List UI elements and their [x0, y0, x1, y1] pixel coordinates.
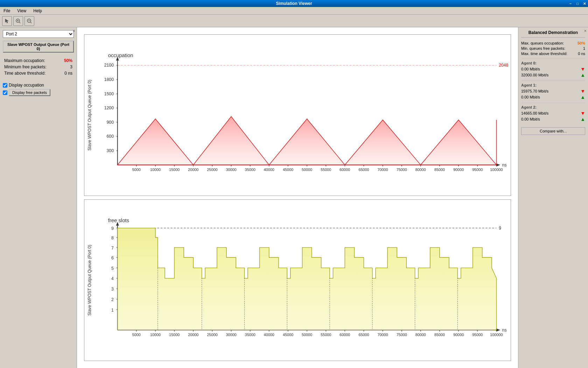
svg-text:70000: 70000	[378, 333, 388, 337]
agent-0-arrow-0: ▼	[580, 66, 585, 72]
svg-text:90000: 90000	[453, 168, 464, 172]
svg-text:70000: 70000	[378, 168, 388, 172]
port-select[interactable]: Port 2 Port 0 Port 1 Port 3	[3, 30, 74, 38]
agent-1-section: Agent 1: 15975.70 Mbit/s ▼ 0.00 Mbit/s ▲	[521, 81, 585, 100]
svg-text:25000: 25000	[207, 333, 217, 337]
svg-line-3	[19, 22, 20, 23]
time-above-value: 0 ns	[64, 71, 72, 76]
svg-text:100000: 100000	[490, 168, 503, 172]
balanced-title: Balanced Demonstration	[521, 30, 585, 38]
display-free-packets-button[interactable]: Display free packets	[9, 89, 50, 96]
close-button[interactable]: ✕	[581, 0, 588, 7]
svg-text:90000: 90000	[453, 333, 464, 337]
titlebar-title: Simulation Viewer	[276, 1, 312, 6]
queue-title-button[interactable]: Slave WPOST Output Queue (Port 0)	[3, 41, 74, 53]
triangle-5	[421, 120, 497, 165]
tick-1500: 1500	[104, 91, 114, 96]
display-free-packets-row: Display free packets	[3, 89, 74, 96]
svg-text:65000: 65000	[358, 168, 369, 172]
svg-text:80000: 80000	[415, 168, 426, 172]
right-panel-close[interactable]: ⨯	[584, 29, 587, 33]
right-min-queues-label: Min. queues free packets:	[521, 46, 565, 50]
compare-button[interactable]: Compare with...	[521, 127, 585, 135]
stats-section: Maximum occupation: 50% Minimum free pac…	[3, 57, 74, 79]
tick-900: 900	[107, 120, 114, 125]
x-axis-label: ns	[502, 163, 507, 168]
svg-text:30000: 30000	[226, 168, 236, 172]
svg-text:55000: 55000	[321, 168, 331, 172]
menu-help[interactable]: Help	[31, 8, 44, 14]
agent-2-value-0: 14665.00 Mbit/s	[521, 111, 548, 115]
svg-text:35000: 35000	[245, 168, 255, 172]
free-slots-chart: free slots Slave WPOST Output Queue (Por…	[84, 200, 511, 361]
svg-text:80000: 80000	[415, 333, 426, 337]
display-occupation-checkbox[interactable]	[3, 83, 7, 88]
svg-text:95000: 95000	[472, 168, 483, 172]
threshold-label: 2048	[499, 63, 508, 68]
tick-600: 600	[107, 134, 114, 139]
agent-2-row-0: 14665.00 Mbit/s ▼	[521, 110, 585, 116]
menu-view[interactable]: View	[15, 8, 28, 14]
svg-text:75000: 75000	[397, 333, 407, 337]
svg-text:50000: 50000	[302, 333, 312, 337]
pointer-tool-button[interactable]	[2, 16, 12, 26]
agent-1-header: Agent 1:	[521, 83, 585, 88]
agent-1-value-1: 0.00 Mbit/s	[521, 95, 540, 99]
svg-text:7: 7	[111, 246, 114, 251]
svg-text:60000: 60000	[340, 168, 350, 172]
svg-text:6: 6	[111, 255, 114, 260]
svg-text:10000: 10000	[150, 333, 161, 337]
svg-text:15000: 15000	[169, 168, 180, 172]
right-max-queues-row: Max. queues occupation: 50%	[521, 41, 585, 45]
agent-0-value-1: 32000.00 Mbit/s	[521, 73, 548, 77]
free-slots-title: free slots	[108, 218, 129, 223]
agent-1-arrow-0: ▼	[580, 88, 585, 94]
right-max-queues-value: 50%	[578, 41, 585, 45]
center-content: occupation Slave WPOST Output Queue (Por…	[77, 27, 518, 368]
menubar: File View Help	[0, 7, 588, 15]
occupation-chart-container: occupation Slave WPOST Output Queue (Por…	[84, 34, 511, 196]
svg-text:55000: 55000	[321, 333, 331, 337]
right-max-time-value: 0 ns	[578, 52, 585, 56]
tick-2100: 2100	[104, 63, 114, 68]
agent-1-label: Agent 1:	[521, 83, 537, 87]
maximize-button[interactable]: □	[574, 0, 581, 7]
free-slots-threshold-label: 9	[499, 226, 501, 231]
agent-1-row-0: 15975.70 Mbit/s ▼	[521, 88, 585, 94]
left-panel-close[interactable]: ⨯	[72, 29, 75, 33]
agent-0-value-0: 0.00 Mbit/s	[521, 67, 540, 71]
free-slots-area	[118, 228, 497, 330]
max-occupation-value: 50%	[64, 58, 72, 63]
svg-text:10000: 10000	[150, 168, 161, 172]
right-panel: ⨯ Balanced Demonstration Max. queues occ…	[518, 27, 588, 368]
min-free-value: 3	[70, 64, 72, 69]
right-max-queues-label: Max. queues occupation:	[521, 41, 564, 45]
agent-0-arrow-1: ▲	[580, 72, 585, 78]
right-min-queues-value: 1	[583, 46, 585, 50]
svg-text:2: 2	[111, 297, 114, 302]
svg-text:5: 5	[111, 266, 114, 271]
free-x-label: ns	[502, 328, 507, 333]
svg-text:100000: 100000	[490, 333, 503, 337]
zoom-in-button[interactable]	[13, 16, 23, 26]
minimize-button[interactable]: –	[567, 0, 574, 7]
zoom-fit-button[interactable]	[24, 16, 34, 26]
svg-line-6	[30, 22, 31, 23]
agent-2-label: Agent 2:	[521, 105, 537, 109]
main-layout: ⨯ Port 2 Port 0 Port 1 Port 3 Slave WPOS…	[0, 27, 588, 368]
agent-2-row-1: 0.00 Mbit/s ▲	[521, 116, 585, 122]
svg-text:4: 4	[111, 277, 114, 281]
display-free-packets-checkbox[interactable]	[3, 90, 7, 95]
right-min-queues-row: Min. queues free packets: 1	[521, 46, 585, 50]
agent-2-arrow-0: ▼	[580, 110, 585, 116]
svg-text:3: 3	[111, 287, 114, 292]
tick-1200: 1200	[104, 105, 114, 110]
agent-1-value-0: 15975.70 Mbit/s	[521, 89, 548, 93]
left-panel: ⨯ Port 2 Port 0 Port 1 Port 3 Slave WPOS…	[0, 27, 77, 368]
svg-text:20000: 20000	[188, 333, 198, 337]
free-slots-chart-container: free slots Slave WPOST Output Queue (Por…	[84, 199, 511, 361]
menu-file[interactable]: File	[1, 8, 12, 14]
svg-text:25000: 25000	[207, 168, 217, 172]
occupation-chart-title: occupation	[108, 53, 133, 58]
x-axis-arrow	[496, 164, 500, 166]
